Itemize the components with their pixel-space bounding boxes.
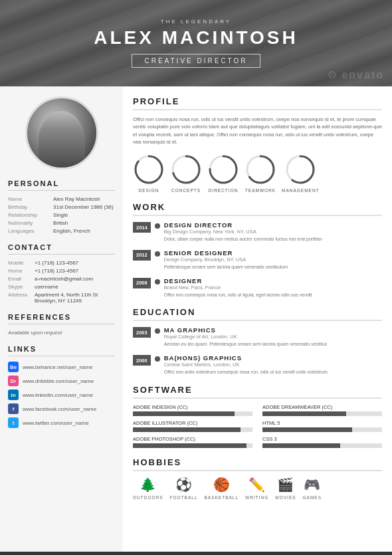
software-grid: Adobe InDesign (CC) Adobe Dreamweaver (C…	[133, 404, 382, 448]
header-content: The Legendary Alex Macintosh Creative Di…	[94, 19, 298, 68]
contact-row: Emaila-macintosh@gmail.com	[8, 276, 115, 282]
contact-value: a-macintosh@gmail.com	[35, 276, 93, 282]
info-label: Relationship	[8, 212, 53, 218]
hobby-label: Writing	[245, 495, 268, 500]
hobby-label: Outdoors	[133, 495, 163, 500]
work-item: 2003 MA Graphics Royal College of Art, L…	[133, 326, 382, 348]
hobby-icon: 🏀	[213, 477, 230, 493]
work-content: Design Director Big Design Company, New …	[164, 221, 322, 243]
software-bar-fill	[133, 443, 246, 448]
hobbies-title: Hobbies	[133, 457, 382, 471]
software-bar-fill	[133, 427, 241, 432]
info-value: 31st December 1986 (36)	[53, 204, 114, 210]
link-item[interactable]: twww.twitter.com/user_name	[8, 417, 115, 428]
contact-label: Skype	[8, 284, 35, 290]
personal-table: NameAlex Ray MacintoshBirthday31st Decem…	[8, 196, 115, 234]
personal-row: Birthday31st December 1986 (36)	[8, 204, 115, 210]
links-section-title: Links	[8, 345, 115, 356]
contact-section-title: Contact	[8, 243, 115, 255]
personal-row: LanguagesEnglish, French	[8, 228, 115, 234]
work-title-text: MA Graphics	[164, 326, 327, 334]
in-icon: in	[8, 389, 19, 400]
dr-icon: Dr	[8, 376, 19, 386]
education-list: 2003 MA Graphics Royal College of Art, L…	[133, 326, 382, 376]
work-item: 2000 BA(Hons) Graphics Central Saint Mar…	[133, 354, 382, 376]
work-dot	[155, 328, 160, 334]
work-content: MA Graphics Royal College of Art, London…	[164, 326, 327, 348]
link-item[interactable]: fwww.facebook.com/user_name	[8, 403, 115, 414]
hobby-item: 🏀 Basketball	[205, 477, 239, 500]
software-bar-bg	[262, 427, 382, 432]
work-content: Senior Designer Design Company, Brooklyn…	[164, 249, 288, 271]
work-year: 2012	[133, 250, 151, 261]
right-column: Profile Offici non consequis nosa run, o…	[123, 86, 392, 552]
work-title-text: Designer	[164, 277, 312, 284]
avatar-silhouette	[39, 111, 85, 169]
skill-circle	[133, 154, 165, 185]
software-label: CSS 3	[262, 436, 382, 442]
work-year: 2008	[133, 278, 151, 288]
software-bar-bg	[133, 427, 252, 432]
left-column: Personal NameAlex Ray MacintoshBirthday3…	[0, 86, 123, 552]
software-bar-fill	[262, 411, 346, 416]
software-item: Adobe Photoshop (CC)	[133, 436, 252, 448]
profile-title: Profile	[133, 96, 382, 110]
watermark: ⊙ envato	[328, 68, 384, 81]
software-item: HTML 5	[262, 420, 382, 432]
work-item: 2012 Senior Designer Design Company, Bro…	[133, 249, 382, 271]
software-label: Adobe Illustrator (CC)	[133, 420, 252, 426]
work-company: Big Design Company, New York, NY, USA	[164, 229, 322, 235]
hobby-item: 🎬 Movies	[275, 477, 296, 500]
software-item: Adobe InDesign (CC)	[133, 404, 252, 416]
software-label: HTML 5	[262, 420, 382, 426]
education-title: Education	[133, 307, 382, 321]
work-dot	[155, 251, 160, 257]
hobby-label: Games	[303, 495, 322, 500]
link-url: www.twitter.com/user_name	[23, 420, 89, 426]
work-desc: Offici non consequis nosa run, odis ut l…	[164, 292, 312, 298]
contact-value: username	[35, 284, 58, 290]
personal-row: RelationshipSingle	[8, 212, 115, 218]
work-year: 2014	[133, 222, 151, 233]
info-value: Single	[53, 212, 68, 218]
personal-row: NationalityBritish	[8, 220, 115, 226]
link-item[interactable]: inwww.linkedin.com/user_name	[8, 389, 115, 400]
profile-text: Offici non consequis nosa run, odis ut i…	[133, 116, 382, 146]
work-company: Royal College of Art, London, UK	[164, 334, 327, 340]
tw-icon: t	[8, 417, 19, 428]
skill-item: Design	[133, 154, 165, 193]
info-value: British	[53, 220, 68, 226]
skill-item: Teamwork	[245, 154, 276, 193]
links-list: Bewww.behance.net/user_nameDrwww.dribbbl…	[8, 362, 115, 428]
work-title-text: BA(Hons) Graphics	[164, 354, 328, 362]
skill-label: Teamwork	[245, 188, 276, 193]
software-bar-bg	[133, 443, 252, 448]
work-company: Brand New, Paris, France	[164, 284, 312, 290]
software-title: Software	[133, 385, 382, 399]
work-title-text: Design Director	[164, 221, 322, 229]
personal-row: NameAlex Ray Macintosh	[8, 196, 115, 202]
skill-item: Direction	[207, 154, 239, 193]
skill-label: Design	[139, 188, 159, 193]
software-label: Adobe Dreamweaver (CC)	[262, 404, 382, 410]
software-bar-fill	[262, 443, 340, 448]
skill-item: Concepts	[170, 154, 202, 193]
info-label: Nationality	[8, 220, 53, 226]
contact-row: Mobile+1 (718) 123-4567	[8, 260, 115, 266]
work-desc: Offici non antis volestrum consequis nos…	[164, 369, 328, 376]
references-section-title: References	[8, 313, 115, 324]
skills-row: Design Concepts Direction Teamwork Manag…	[133, 154, 382, 193]
link-item[interactable]: Bewww.behance.net/user_name	[8, 362, 115, 372]
contact-table: Mobile+1 (718) 123-4567Home+1 (718) 123-…	[8, 260, 115, 304]
footer: Alex Macintosh Address Apartment 4, Nort…	[0, 552, 392, 555]
skill-circle	[245, 154, 276, 185]
work-company: Central Saint Martins, London, UK	[164, 362, 328, 368]
header-title: Creative Director	[144, 57, 247, 64]
software-bar-fill	[133, 411, 235, 416]
work-desc: Aenean eu leo quam. Pellentesque ornare …	[164, 341, 327, 348]
fb-icon: f	[8, 403, 19, 414]
work-year: 2000	[133, 355, 151, 366]
skill-item: Management	[282, 154, 320, 193]
header-subtitle: The Legendary	[94, 19, 298, 25]
link-item[interactable]: Drwww.dribbble.com/user_name	[8, 376, 115, 386]
